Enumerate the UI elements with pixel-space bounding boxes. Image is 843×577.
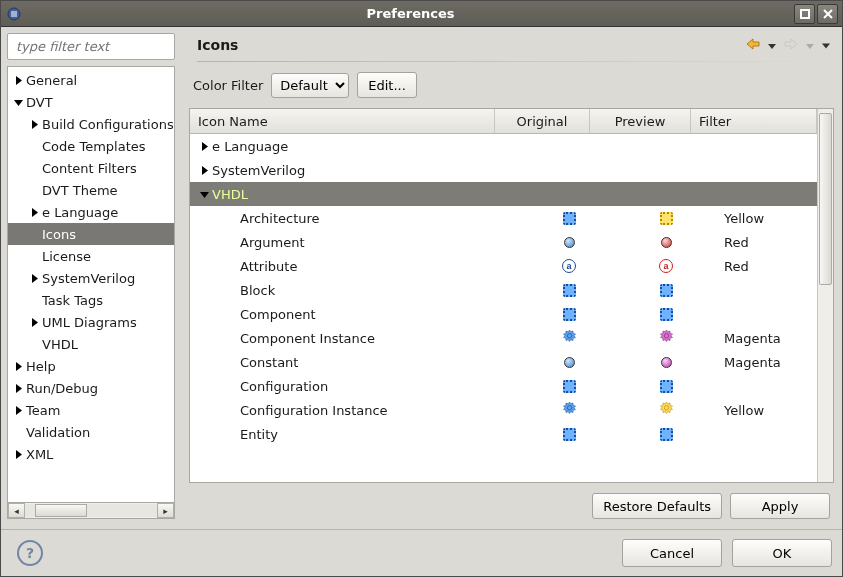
tree-item[interactable]: XML xyxy=(8,443,174,465)
row-label: Architecture xyxy=(240,211,320,226)
table-row[interactable]: AttributeaaRed xyxy=(190,254,817,278)
nav-sidebar: GeneralDVTBuild ConfigurationsCode Templ… xyxy=(7,33,175,519)
table-group-row[interactable]: e Language xyxy=(190,134,817,158)
tree-item[interactable]: Content Filters xyxy=(8,157,174,179)
cell-original xyxy=(522,357,616,368)
tree-item[interactable]: Validation xyxy=(8,421,174,443)
cell-preview xyxy=(616,308,716,321)
table-row[interactable]: Block xyxy=(190,278,817,302)
table-row[interactable]: Configuration xyxy=(190,374,817,398)
tree-item[interactable]: VHDL xyxy=(8,333,174,355)
tree-spacer xyxy=(226,308,238,320)
th-original[interactable]: Original xyxy=(495,109,590,133)
table-group-row[interactable]: VHDL xyxy=(190,182,817,206)
row-label: Constant xyxy=(240,355,298,370)
cell-original xyxy=(522,212,616,225)
table-row[interactable]: ConstantMagenta xyxy=(190,350,817,374)
table-row[interactable]: Component InstanceMagenta xyxy=(190,326,817,350)
cell-filter: Magenta xyxy=(716,355,817,370)
th-filter[interactable]: Filter xyxy=(691,109,817,133)
th-preview[interactable]: Preview xyxy=(590,109,691,133)
table-row[interactable]: ArchitectureYellow xyxy=(190,206,817,230)
cell-preview xyxy=(616,284,716,297)
disclosure-triangle-icon[interactable] xyxy=(198,140,210,152)
svg-point-4 xyxy=(664,334,668,338)
scroll-left-icon[interactable]: ◂ xyxy=(8,503,25,518)
edit-button[interactable]: Edit... xyxy=(357,72,417,98)
disclosure-triangle-icon[interactable] xyxy=(12,448,24,460)
tree-item-label: Help xyxy=(26,359,56,374)
scroll-thumb[interactable] xyxy=(35,504,87,517)
preferences-window: Preferences GeneralDVTBuild Configuratio… xyxy=(0,0,843,577)
tree-item-label: Validation xyxy=(26,425,90,440)
table-row[interactable]: Component xyxy=(190,302,817,326)
disclosure-triangle-icon[interactable] xyxy=(12,360,24,372)
table-group-row[interactable]: SystemVerilog xyxy=(190,158,817,182)
th-icon-name[interactable]: Icon Name xyxy=(190,109,495,133)
tree-spacer xyxy=(28,140,40,152)
row-label: e Language xyxy=(212,139,288,154)
restore-defaults-button[interactable]: Restore Defaults xyxy=(592,493,722,519)
chip-icon xyxy=(563,380,576,393)
disclosure-triangle-icon[interactable] xyxy=(198,164,210,176)
tree-item[interactable]: Run/Debug xyxy=(8,377,174,399)
disclosure-triangle-icon[interactable] xyxy=(12,404,24,416)
tree-item[interactable]: Team xyxy=(8,399,174,421)
filter-input[interactable] xyxy=(14,38,188,55)
disclosure-triangle-icon[interactable] xyxy=(12,382,24,394)
tree-item-label: DVT Theme xyxy=(42,183,118,198)
help-icon[interactable]: ? xyxy=(17,540,43,566)
disclosure-triangle-icon[interactable] xyxy=(198,188,210,200)
cell-original xyxy=(522,308,616,321)
tree-item[interactable]: e Language xyxy=(8,201,174,223)
row-label: Configuration xyxy=(240,379,328,394)
filter-input-wrap[interactable] xyxy=(7,33,175,60)
disclosure-triangle-icon[interactable] xyxy=(28,272,40,284)
tree-spacer xyxy=(28,184,40,196)
back-icon[interactable] xyxy=(746,38,760,53)
tree-h-scrollbar[interactable]: ◂ ▸ xyxy=(7,503,175,519)
tree-item[interactable]: UML Diagrams xyxy=(8,311,174,333)
table-v-scrollbar[interactable] xyxy=(817,109,833,482)
table-scroll-thumb[interactable] xyxy=(819,113,832,285)
disclosure-triangle-icon[interactable] xyxy=(28,206,40,218)
tree-item[interactable]: DVT Theme xyxy=(8,179,174,201)
tree-item[interactable]: SystemVerilog xyxy=(8,267,174,289)
view-menu-icon[interactable] xyxy=(822,38,830,53)
tree-item-label: Content Filters xyxy=(42,161,137,176)
apply-button[interactable]: Apply xyxy=(730,493,830,519)
disclosure-triangle-icon[interactable] xyxy=(12,74,24,86)
window-maximize-button[interactable] xyxy=(794,4,815,24)
table-row[interactable]: Entity xyxy=(190,422,817,446)
back-menu-icon[interactable] xyxy=(768,38,776,53)
scroll-right-icon[interactable]: ▸ xyxy=(157,503,174,518)
tree-item[interactable]: Build Configurations xyxy=(8,113,174,135)
window-close-button[interactable] xyxy=(817,4,838,24)
row-label: Attribute xyxy=(240,259,297,274)
disclosure-triangle-icon[interactable] xyxy=(28,316,40,328)
tree-item[interactable]: Code Templates xyxy=(8,135,174,157)
tree-item[interactable]: DVT xyxy=(8,91,174,113)
cell-filter: Magenta xyxy=(716,331,817,346)
color-filter-select[interactable]: Default xyxy=(271,73,349,98)
tree-item[interactable]: License xyxy=(8,245,174,267)
svg-rect-1 xyxy=(11,11,17,17)
disclosure-triangle-icon[interactable] xyxy=(12,96,24,108)
tree-item[interactable]: Icons xyxy=(8,223,174,245)
tree-item[interactable]: Help xyxy=(8,355,174,377)
gear-icon xyxy=(660,330,673,346)
cell-original xyxy=(522,428,616,441)
page-title: Icons xyxy=(197,37,746,53)
disclosure-triangle-icon[interactable] xyxy=(28,118,40,130)
cancel-button[interactable]: Cancel xyxy=(622,539,722,567)
tree-spacer xyxy=(28,162,40,174)
tree-item-label: License xyxy=(42,249,91,264)
tree-item-label: DVT xyxy=(26,95,53,110)
svg-point-5 xyxy=(567,406,571,410)
tree-item[interactable]: Task Tags xyxy=(8,289,174,311)
preferences-tree[interactable]: GeneralDVTBuild ConfigurationsCode Templ… xyxy=(7,66,175,503)
table-row[interactable]: ArgumentRed xyxy=(190,230,817,254)
table-row[interactable]: Configuration InstanceYellow xyxy=(190,398,817,422)
tree-item[interactable]: General xyxy=(8,69,174,91)
ok-button[interactable]: OK xyxy=(732,539,832,567)
